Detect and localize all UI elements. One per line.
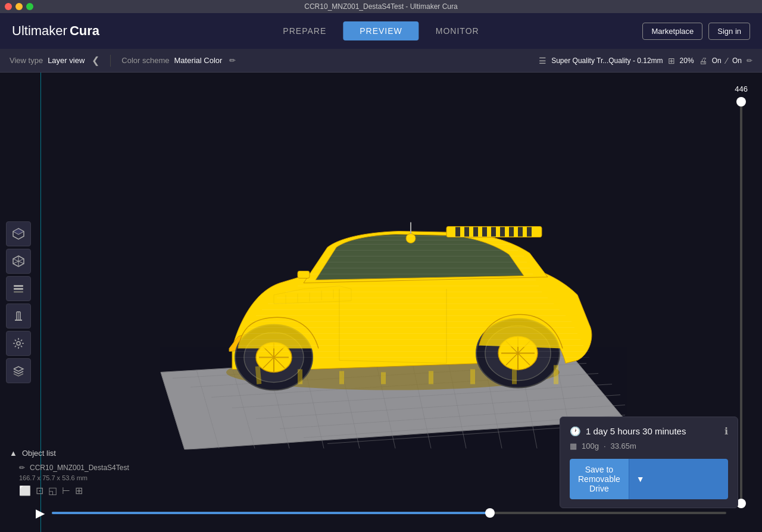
toolbar-divider-1 <box>110 55 111 67</box>
object-action-icons: ⬜ ⊡ ◱ ⊢ ⊞ <box>10 485 129 496</box>
svg-rect-42 <box>482 227 487 237</box>
settings-icon: ☰ <box>539 56 546 65</box>
color-scheme-section: Color scheme Material Color <box>121 56 222 65</box>
settings-view-tool[interactable] <box>6 331 31 356</box>
svg-point-12 <box>17 342 20 345</box>
support-on-1[interactable]: On <box>712 57 722 65</box>
svg-rect-71 <box>298 370 302 384</box>
save-button-label: Save to Removable Drive <box>578 465 620 493</box>
slider-track[interactable] <box>740 97 742 508</box>
svg-rect-8 <box>14 291 23 293</box>
view-type-label: View type <box>10 56 43 65</box>
support-view-tool[interactable] <box>6 303 31 328</box>
svg-marker-1 <box>13 229 24 234</box>
print-length: 33.65m <box>611 442 636 450</box>
svg-rect-46 <box>518 227 523 237</box>
svg-point-68 <box>406 234 416 243</box>
svg-rect-77 <box>554 365 558 384</box>
infill-icon: ⊞ <box>668 56 675 65</box>
obj-icon-3[interactable]: ◱ <box>48 485 57 496</box>
view-type-chevron[interactable]: ❮ <box>92 55 99 66</box>
slider-thumb-top[interactable] <box>736 97 746 107</box>
color-scheme-label: Color scheme <box>121 56 169 65</box>
view-type-section: View type Layer view <box>10 56 85 65</box>
viewport: 446 ▲ Object list ✏ CCR10_MNZ001_DestaS4… <box>0 73 762 532</box>
toolbar-edit-icon[interactable]: ✏ <box>747 57 752 65</box>
svg-rect-47 <box>527 227 532 237</box>
object-list-panel: ▲ Object list ✏ CCR10_MNZ001_DestaS4Test… <box>10 445 129 496</box>
logo-product: Cura <box>70 23 99 39</box>
print-settings[interactable]: Super Quality Tr...Quality - 0.12mm <box>551 57 663 65</box>
svg-rect-74 <box>429 371 433 384</box>
toolbar-right: ☰ Super Quality Tr...Quality - 0.12mm ⊞ … <box>539 56 752 65</box>
print-details-row: ▦ 100g · 33.65m <box>570 442 728 450</box>
progress-thumb[interactable] <box>485 508 495 518</box>
svg-rect-39 <box>455 227 460 237</box>
object-edit-icon: ✏ <box>19 464 25 472</box>
svg-rect-41 <box>473 227 478 237</box>
solid-view-tool[interactable] <box>6 221 31 246</box>
window-controls[interactable] <box>5 3 33 10</box>
obj-icon-1[interactable]: ⬜ <box>19 485 31 496</box>
left-tools <box>6 221 31 383</box>
marketplace-button[interactable]: Marketplace <box>642 23 702 40</box>
save-button[interactable]: Save to Removable Drive <box>570 459 629 499</box>
info-icon[interactable]: ℹ <box>724 425 728 437</box>
obj-icon-4[interactable]: ⊢ <box>62 485 70 496</box>
divider-icon: ⁄ <box>726 56 727 65</box>
svg-rect-40 <box>464 227 469 237</box>
window-title: CCR10_MNZ001_DestaS4Test - Ultimaker Cur… <box>304 2 457 11</box>
svg-rect-75 <box>470 370 475 384</box>
play-button[interactable]: ▶ <box>36 506 45 520</box>
tab-monitor[interactable]: MONITOR <box>419 21 496 40</box>
minimize-button[interactable] <box>15 3 23 10</box>
object-list-chevron: ▲ <box>10 449 17 458</box>
titlebar: CCR10_MNZ001_DestaS4Test - Ultimaker Cur… <box>0 0 762 13</box>
object-dimensions: 166.7 x 75.7 x 53.6 mm <box>10 474 129 481</box>
svg-rect-7 <box>14 288 23 290</box>
support-on-2[interactable]: On <box>732 57 742 65</box>
svg-rect-67 <box>298 271 310 278</box>
layers-view-tool[interactable] <box>6 358 31 383</box>
filament-icon: ▦ <box>570 442 577 450</box>
color-scheme-value[interactable]: Material Color <box>174 56 222 65</box>
nav-right: Marketplace Sign in <box>642 23 750 40</box>
logo-brand: Ultimaker <box>12 23 67 39</box>
save-dropdown-button[interactable]: ▼ <box>629 459 728 499</box>
tab-preview[interactable]: PREVIEW <box>343 21 419 40</box>
print-time-row: 🕐 1 day 5 hours 30 minutes ℹ <box>570 425 728 437</box>
close-button[interactable] <box>5 3 12 10</box>
print-time-text: 1 day 5 hours 30 minutes <box>586 426 686 436</box>
svg-rect-72 <box>339 371 344 384</box>
dropdown-chevron-icon: ▼ <box>636 474 645 484</box>
object-list-header[interactable]: ▲ Object list <box>10 445 129 461</box>
svg-rect-44 <box>500 227 505 237</box>
color-scheme-edit-icon[interactable]: ✏ <box>229 56 236 65</box>
print-length-separator: · <box>604 442 606 450</box>
tab-prepare[interactable]: PREPARE <box>266 21 343 40</box>
obj-icon-5[interactable]: ⊞ <box>75 485 83 496</box>
progress-track[interactable] <box>52 512 726 514</box>
obj-icon-2[interactable]: ⊡ <box>36 485 43 496</box>
nav-tabs: PREPARE PREVIEW MONITOR <box>266 21 495 40</box>
progress-fill <box>52 512 490 514</box>
layer-max: 446 <box>735 85 748 93</box>
view-type-value[interactable]: Layer view <box>48 56 85 65</box>
topnav: Ultimaker Cura PREPARE PREVIEW MONITOR M… <box>0 13 762 49</box>
svg-rect-76 <box>512 368 517 384</box>
layer-view-tool[interactable] <box>6 276 31 301</box>
logo: Ultimaker Cura <box>12 23 99 39</box>
svg-rect-6 <box>14 285 23 287</box>
toolbar: View type Layer view ❮ Color scheme Mate… <box>0 49 762 73</box>
object-name[interactable]: CCR10_MNZ001_DestaS4Test <box>30 464 129 472</box>
object-list-item: ✏ CCR10_MNZ001_DestaS4Test <box>10 461 129 474</box>
xray-view-tool[interactable] <box>6 249 31 274</box>
maximize-button[interactable] <box>26 3 33 10</box>
support1-icon: 🖨 <box>699 56 707 65</box>
svg-rect-43 <box>491 227 496 237</box>
clock-icon: 🕐 <box>570 426 581 437</box>
infill-value[interactable]: 20% <box>680 57 694 65</box>
signin-button[interactable]: Sign in <box>708 23 750 40</box>
object-list-title: Object list <box>22 449 56 458</box>
svg-rect-73 <box>381 373 386 384</box>
